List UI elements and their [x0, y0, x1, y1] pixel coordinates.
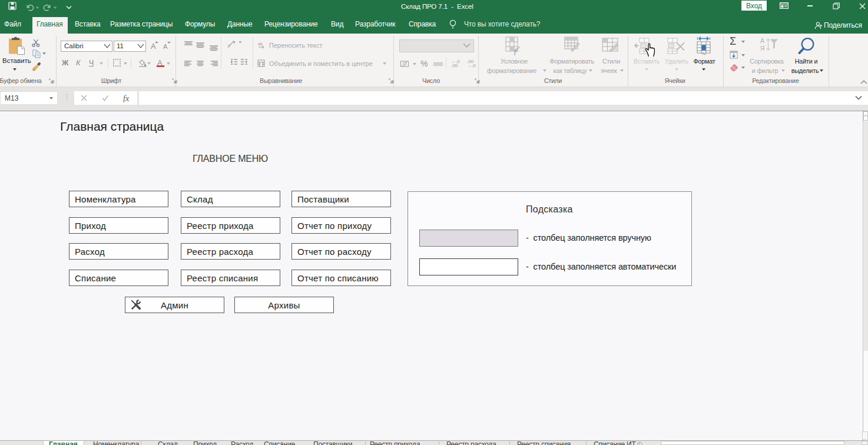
svg-text:А: А [760, 37, 764, 44]
svg-text:ab: ab [227, 43, 231, 48]
svg-text:ab: ab [258, 42, 263, 46]
svg-text:fx: fx [123, 94, 130, 102]
svg-text:Я: Я [760, 45, 765, 52]
